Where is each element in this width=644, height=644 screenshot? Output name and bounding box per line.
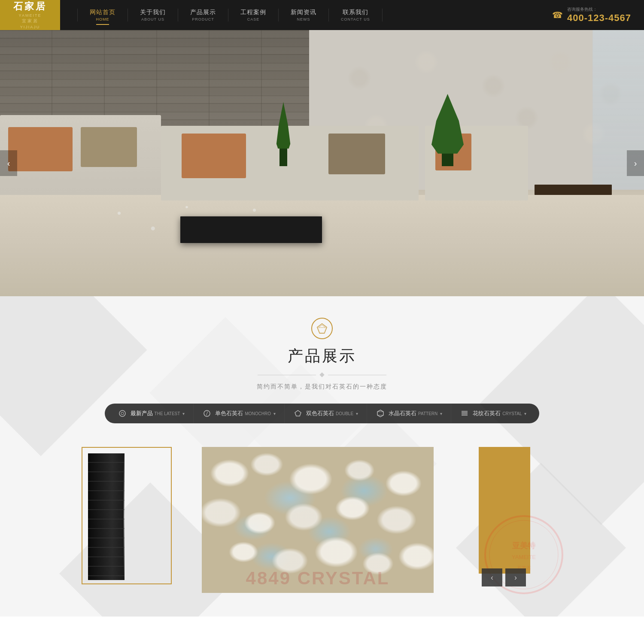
filter-tab-arrow-4: ▾ bbox=[524, 411, 526, 416]
filter-tab-0[interactable]: 最新产品 THE LATEST ▾ bbox=[109, 404, 194, 423]
nav-item-contact-us[interactable]: 联系我们 CONTACT US bbox=[329, 9, 383, 21]
logo-sub-en2: YIJIAJU bbox=[20, 25, 40, 29]
main-nav: 网站首页 HOME 关于我们 ABOUT US 产品展示 PRODUCT 工程案… bbox=[77, 9, 552, 21]
svg-point-5 bbox=[119, 410, 125, 416]
phone-icon: ☎ bbox=[552, 10, 563, 20]
product-header: 产品展示 简约而不简单，是我们对石英石的一种态度 bbox=[34, 318, 610, 391]
filter-tab-icon-0 bbox=[118, 409, 127, 418]
filter-tab-icon-1 bbox=[202, 409, 212, 418]
product-edge-strip bbox=[88, 453, 125, 580]
filter-tab-arrow-0: ▾ bbox=[182, 411, 185, 416]
nav-item-product[interactable]: 产品展示 PRODUCT bbox=[178, 9, 228, 21]
filter-tab-arrow-2: ▾ bbox=[356, 411, 358, 416]
cushion-tan bbox=[81, 127, 137, 167]
nav-item-en-0: HOME bbox=[96, 17, 109, 21]
svg-marker-1 bbox=[319, 325, 326, 333]
hero-floor bbox=[0, 195, 644, 296]
header: 石家居 YAMEITE 宜家居 YIJIAJU 网站首页 HOME 关于我们 A… bbox=[0, 0, 644, 30]
cushion-orange bbox=[8, 127, 73, 171]
filter-tab-3[interactable]: 水晶石英石 PATTERN ▾ bbox=[367, 404, 451, 423]
hero-next-arrow[interactable]: › bbox=[627, 150, 644, 176]
filter-tab-4[interactable]: 花纹石英石 CRYSTAL ▾ bbox=[451, 404, 535, 423]
product-prev-button[interactable]: ‹ bbox=[482, 568, 502, 586]
hero-prev-arrow[interactable]: ‹ bbox=[0, 150, 17, 176]
divider bbox=[258, 373, 386, 377]
hero-section: ‹ › bbox=[0, 30, 644, 296]
nav-item-en-3: CASE bbox=[247, 17, 260, 21]
cushion-2 bbox=[182, 134, 246, 178]
nav-item-cn-3: 工程案例 bbox=[240, 9, 266, 16]
filter-tab-cn-1: 单色石英石 bbox=[215, 410, 243, 417]
nav-item-cn-0: 网站首页 bbox=[90, 9, 115, 16]
plant-right-stem bbox=[442, 152, 453, 167]
product-section-title: 产品展示 bbox=[34, 346, 610, 367]
product-section-subtitle: 简约而不简单，是我们对石英石的一种态度 bbox=[34, 383, 610, 391]
hero-background bbox=[0, 30, 644, 296]
filter-tab-en-0: THE LATEST bbox=[155, 411, 180, 416]
stone-texture: 4849 CRYSTAL bbox=[202, 447, 434, 593]
filter-tab-arrow-3: ▾ bbox=[440, 411, 442, 416]
logo-main-text: 石家居 bbox=[13, 1, 47, 12]
nav-item-cn-5: 联系我们 bbox=[343, 9, 368, 16]
coffee-table bbox=[180, 216, 322, 243]
plant-right bbox=[431, 94, 464, 154]
nav-item-case[interactable]: 工程案例 CASE bbox=[228, 9, 279, 21]
product-showcase: 4849 CRYSTAL ‹ › 亚美特 YAMEITE 石英石 bbox=[34, 436, 610, 599]
hotline-text: 咨询服务热线： 400-123-4567 bbox=[567, 6, 631, 24]
hotline-number: 400-123-4567 bbox=[567, 12, 631, 24]
table-far-right bbox=[535, 185, 612, 195]
logo[interactable]: 石家居 YAMEITE 宜家居 YIJIAJU bbox=[0, 0, 60, 30]
divider-line-right bbox=[328, 375, 386, 375]
nav-item-en-2: PRODUCT bbox=[192, 17, 214, 21]
plant-leaf bbox=[276, 102, 291, 149]
filter-tab-icon-4 bbox=[460, 409, 469, 418]
sofa-left bbox=[0, 115, 161, 195]
plants-center bbox=[270, 102, 296, 168]
stone-white-pebbles bbox=[202, 447, 434, 593]
filter-tab-en-3: PATTERN bbox=[418, 411, 437, 416]
filter-tab-arrow-1: ▾ bbox=[273, 411, 276, 416]
diamond-icon bbox=[316, 322, 328, 334]
nav-item-cn-1: 关于我们 bbox=[140, 9, 166, 16]
filter-tab-en-1: MONOCHRO bbox=[245, 411, 271, 416]
filter-tab-cn-4: 花纹石英石 bbox=[473, 410, 501, 417]
nav-item-home[interactable]: 网站首页 HOME bbox=[77, 9, 128, 21]
plants-right bbox=[431, 94, 464, 169]
divider-diamond bbox=[319, 372, 324, 377]
product-icon-circle bbox=[311, 318, 333, 339]
divider-line-left bbox=[258, 375, 316, 375]
filter-tabs: 最新产品 THE LATEST ▾ 单色石英石 MONOCHRO ▾ 双色石英石… bbox=[105, 404, 540, 423]
nav-item-news[interactable]: 新闻资讯 NEWS bbox=[279, 9, 329, 21]
filter-tab-icon-2 bbox=[293, 409, 303, 418]
plant-stem bbox=[279, 146, 287, 167]
svg-marker-8 bbox=[295, 410, 301, 416]
product-stone-image: 4849 CRYSTAL bbox=[202, 447, 434, 593]
product-next-button[interactable]: › bbox=[505, 568, 526, 586]
filter-tab-cn-0: 最新产品 bbox=[131, 410, 153, 417]
nav-item-cn-4: 新闻资讯 bbox=[291, 9, 316, 16]
hotline-label: 咨询服务热线： bbox=[567, 6, 631, 12]
filter-tab-cn-3: 水晶石英石 bbox=[389, 410, 416, 417]
cushion-3 bbox=[328, 134, 385, 174]
nav-item-en-1: ABOUT US bbox=[141, 17, 164, 21]
filter-tab-en-2: DOUBLE bbox=[336, 411, 353, 416]
svg-point-6 bbox=[121, 412, 124, 415]
filter-tab-en-4: CRYSTAL bbox=[502, 411, 522, 416]
strip-lines bbox=[88, 453, 125, 580]
nav-item-en-4: NEWS bbox=[297, 17, 310, 21]
filter-tab-1[interactable]: 单色石英石 MONOCHRO ▾ bbox=[194, 404, 285, 423]
logo-sub-en: YAMEITE bbox=[19, 13, 42, 18]
filter-tab-2[interactable]: 双色石英石 DOUBLE ▾ bbox=[285, 404, 367, 423]
hotline: ☎ 咨询服务热线： 400-123-4567 bbox=[552, 6, 631, 24]
product-gold-panel bbox=[479, 447, 530, 574]
nav-item-about-us[interactable]: 关于我们 ABOUT US bbox=[128, 9, 178, 21]
nav-item-en-5: CONTACT US bbox=[341, 17, 370, 21]
filter-tab-cn-2: 双色石英石 bbox=[306, 410, 334, 417]
filter-tab-icon-3 bbox=[376, 409, 385, 418]
product-content: 产品展示 简约而不简单，是我们对石英石的一种态度 最新产品 THE LATEST… bbox=[0, 296, 644, 617]
product-section: 产品展示 简约而不简单，是我们对石英石的一种态度 最新产品 THE LATEST… bbox=[0, 296, 644, 617]
logo-sub-cn: 宜家居 bbox=[22, 18, 39, 24]
nav-item-cn-2: 产品展示 bbox=[190, 9, 216, 16]
